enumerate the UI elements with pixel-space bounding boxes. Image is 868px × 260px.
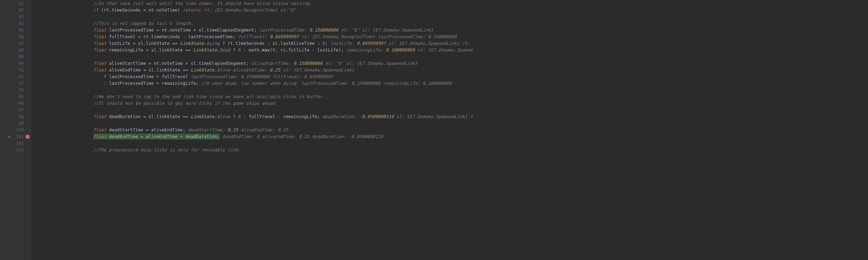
token-kw: float [93, 114, 106, 119]
code-line[interactable]: //We don't need to cap to the end link t… [32, 93, 868, 100]
token-kw: float [93, 27, 106, 33]
line-number[interactable]: 100 [0, 126, 32, 133]
token-op: : lastProcessedTime + remainingLife; [104, 81, 201, 86]
code-line[interactable]: float remainingLife = sl.linkState == Li… [32, 47, 868, 53]
code-line[interactable] [32, 87, 868, 93]
token-kw: float [93, 134, 106, 139]
line-number[interactable]: 97 [0, 107, 32, 113]
token-enum: Dying [207, 41, 220, 46]
token-op: ; [325, 41, 330, 46]
code-line[interactable] [32, 53, 868, 60]
code-line[interactable]: //This is not capped by tail's length. [32, 20, 868, 27]
breakpoint-icon[interactable] [26, 135, 30, 139]
token-op: ( [270, 47, 273, 53]
code-area[interactable]: //In that case just wait until the time … [32, 0, 868, 260]
token-ann: lastProcessedTime: 0.150000006 remaining… [299, 81, 452, 86]
line-number[interactable]: 95 [0, 93, 32, 100]
line-number[interactable]: 84 [0, 20, 32, 27]
code-line[interactable]: float aliveStartTime = nt.noteTime + sl.… [32, 60, 868, 67]
token-ns: LinkState [191, 114, 214, 119]
code-line[interactable]: //In that case just wait until the time … [32, 0, 868, 7]
token-ann-val: 0.25 [270, 67, 280, 73]
token-op: aliveStartTime = nt.noteTime + sl.timeEl… [106, 61, 252, 66]
code-line[interactable] [32, 13, 868, 20]
token-ann: fullTravel: [238, 34, 270, 39]
code-line[interactable] [32, 107, 868, 113]
token-op: ? [230, 114, 238, 119]
line-number[interactable]: 82 [0, 7, 32, 13]
token-op: fullTravel = rt.timeSeconds - lastProces… [106, 34, 238, 39]
token-com: //We don't need to cap to the end link t… [93, 94, 328, 99]
token-ann: sl: {E7.Onmaku.SpawnedLink} [344, 61, 418, 66]
token-ann: nt: [323, 61, 336, 66]
token-ann-val: 0.049999997 [357, 41, 386, 46]
code-line[interactable]: float deadStartTime = aliveEndTime; dead… [32, 126, 868, 133]
token-ns: LinkState [193, 47, 217, 53]
token-op: ? rt.timeSeconds - sl.lastAliveTime : [220, 41, 323, 46]
token-op: (rt.timeSeconds < nt.noteTime) [98, 7, 183, 13]
token-kw: return [183, 7, 199, 13]
code-line[interactable]: float fullTravel = rt.timeSeconds - last… [32, 33, 868, 40]
line-number[interactable]: 90 [0, 60, 32, 67]
token-ann: sl: {E7.Onmaku.SpawnedLink} f [394, 114, 473, 119]
token-op: . [214, 114, 217, 119]
token-ann-val: 0.25 [228, 127, 238, 132]
line-number[interactable]: 83 [0, 13, 32, 20]
code-line[interactable] [32, 120, 868, 126]
token-ann-val: 0.150000006 [309, 27, 338, 33]
gutter[interactable]: 8182838485868788899091929394959697989910… [0, 0, 32, 260]
code-line[interactable]: float deadEndTime = aliveEndTime + deadD… [32, 133, 868, 140]
token-kw: float [93, 34, 106, 39]
line-number[interactable]: 102 [0, 140, 32, 146]
code-line[interactable]: ? lastProcessedTime + fullTravel lastPro… [32, 73, 868, 80]
line-number[interactable]: 87 [0, 40, 32, 47]
line-number[interactable]: 93 [0, 80, 32, 87]
line-number[interactable]: 88 [0, 47, 32, 53]
token-kw: if [93, 7, 98, 13]
line-number[interactable]: 85 [0, 27, 32, 33]
token-com: //In that case just wait until the time … [93, 1, 312, 6]
token-com: //It should not be possible to get more … [93, 101, 278, 106]
code-line[interactable] [32, 140, 868, 146]
token-op: deadStartTime = aliveEndTime; [106, 127, 188, 132]
line-number[interactable]: 96 [0, 100, 32, 107]
token-ann: deadStartTime: [188, 127, 228, 132]
line-number[interactable]: 91 [0, 67, 32, 73]
line-number[interactable]: 98 [0, 113, 32, 120]
token-ann: remainingLife: [346, 47, 386, 53]
code-line[interactable]: float lastProcessedTime = nt.noteTime + … [32, 27, 868, 33]
code-line[interactable]: float aliveEndTime = sl.linkState == Lin… [32, 67, 868, 73]
token-enum: Alive [217, 114, 230, 119]
line-number[interactable]: 103 [0, 146, 32, 153]
code-line[interactable]: //The progressive miss ticks is only for… [32, 146, 868, 153]
token-ann-val: 0.049999997 [270, 34, 299, 39]
token-op: : math. [241, 47, 262, 53]
line-number[interactable]: 94 [0, 87, 32, 93]
token-ann: lastProcessedTime: 0.150000006 fullTrave… [191, 74, 333, 79]
token-ann: sl: {E7.Onmaku.Spawne [415, 47, 473, 53]
token-enum: Alive [217, 67, 230, 73]
code-line[interactable]: : lastProcessedTime + remainingLife; //0… [32, 80, 868, 87]
token-ann: lastProcessedTime: [259, 27, 309, 33]
token-op: . [214, 67, 217, 73]
token-com: //The progressive miss ticks is only for… [93, 147, 241, 152]
line-number[interactable]: 81 [0, 0, 32, 7]
token-ann: lostLife: [330, 41, 357, 46]
line-number[interactable]: 92 [0, 73, 32, 80]
code-line[interactable]: float lostLife = sl.linkState == LinkSta… [32, 40, 868, 47]
token-ann: aliveStartTime: [252, 61, 294, 66]
code-line[interactable]: //It should not be possible to get more … [32, 100, 868, 107]
code-line[interactable]: if (rt.timeSeconds < nt.noteTime) return… [32, 7, 868, 13]
line-number[interactable]: 101➪ [0, 133, 32, 140]
code-line[interactable]: float deadDuration = sl.linkState == Lin… [32, 113, 868, 120]
token-op: ; [199, 7, 204, 13]
token-ann-val: -0.0500000119 [359, 114, 394, 119]
token-ann-str: "0" [352, 27, 360, 33]
token-fn: max [262, 47, 270, 53]
line-number[interactable]: 99 [0, 120, 32, 126]
token-op: . [204, 41, 207, 46]
breakpoint-marker[interactable]: ➪ [25, 133, 31, 140]
line-number[interactable]: 86 [0, 33, 32, 40]
line-number[interactable]: 89 [0, 53, 32, 60]
token-ann-str: "0" [336, 61, 344, 66]
